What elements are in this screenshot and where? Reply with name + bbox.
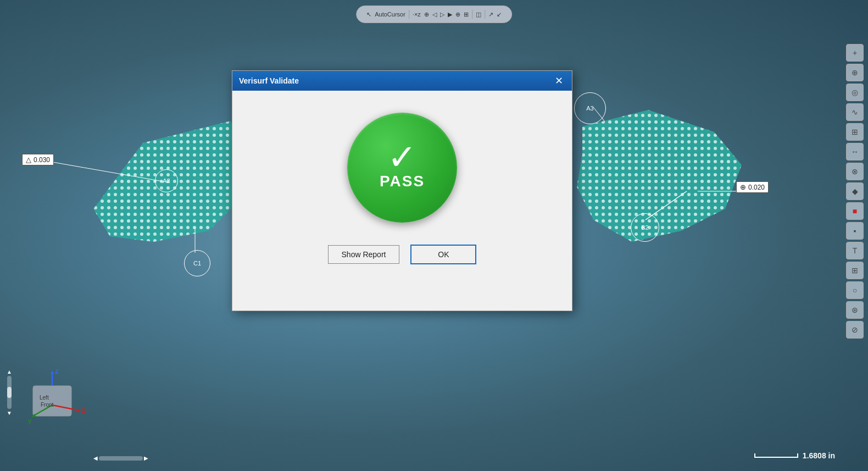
tool-diamond[interactable]: ◆ — [846, 182, 864, 200]
svg-text:X: X — [81, 407, 86, 415]
right-shape-dots — [577, 110, 742, 242]
a2-label: A2 — [163, 178, 170, 184]
ok-button[interactable]: OK — [410, 245, 476, 264]
pass-indicator: ✓ PASS — [347, 113, 457, 223]
svg-text:Left: Left — [40, 395, 49, 401]
scroll-down-arrow[interactable]: ▼ — [7, 410, 12, 416]
axes-svg: Z X Y Left Front — [16, 369, 88, 435]
tool-grid-2[interactable]: ⊞ — [846, 262, 864, 279]
annotation-circle-c1: C1 — [184, 250, 210, 276]
tool-grid[interactable]: ⊞ — [846, 123, 864, 141]
scale-line — [754, 453, 798, 458]
scroll-up-arrow[interactable]: ▲ — [7, 369, 12, 375]
tool-text[interactable]: T — [846, 242, 864, 259]
tool-no[interactable]: ⊘ — [846, 321, 864, 339]
svg-marker-6 — [77, 409, 81, 412]
cross-symbol: ⊕ — [740, 183, 746, 191]
verisurf-validate-dialog: Verisurf Validate ✕ ✓ PASS Show Report O… — [232, 70, 572, 311]
angle-symbol: △ — [26, 156, 31, 164]
dialog-body: ✓ PASS Show Report OK — [232, 91, 572, 311]
left-scrollbar[interactable]: ▲ ▼ — [7, 369, 12, 416]
scale-bar: 1.6808 in — [754, 451, 835, 460]
svg-text:Z: Z — [55, 369, 59, 375]
cross-value: 0.020 — [748, 184, 765, 191]
tool-measure[interactable]: ↔ — [846, 143, 864, 160]
dialog-titlebar: Verisurf Validate ✕ — [232, 71, 572, 91]
dialog-title: Verisurf Validate — [239, 76, 299, 85]
bottom-scrollbar[interactable]: ◀ ▶ — [93, 455, 148, 461]
scroll-track-v[interactable] — [7, 376, 12, 409]
a3-label: A3 — [586, 105, 593, 112]
svg-text:Front: Front — [41, 402, 54, 408]
tool-sun[interactable]: ⊛ — [846, 301, 864, 319]
angle-value: 0.030 — [34, 156, 50, 164]
svg-marker-3 — [51, 370, 54, 374]
tool-circle[interactable]: ○ — [846, 281, 864, 299]
scroll-thumb-v — [7, 387, 12, 398]
checkmark-icon: ✓ — [387, 140, 417, 175]
zoom-in-button[interactable]: + — [846, 44, 864, 62]
tool-cursor[interactable]: ⊕ — [846, 64, 864, 81]
tool-wave[interactable]: ∿ — [846, 103, 864, 121]
annotation-circle-b2: B2 — [631, 213, 659, 242]
annotation-circle-a3: A3 — [574, 92, 606, 124]
c1-label: C1 — [193, 260, 201, 267]
right-toolbar: + ⊕ ◎ ∿ ⊞ ↔ ⊗ ◆ ■ ▪ T ⊞ ○ ⊛ ⊘ — [846, 44, 864, 339]
annotation-circle-a2: A2 — [155, 169, 178, 192]
scroll-left-arrow[interactable]: ◀ — [93, 455, 98, 461]
tool-small-square[interactable]: ▪ — [846, 222, 864, 240]
tool-cross[interactable]: ⊗ — [846, 163, 864, 180]
angle-annotation: △ 0.030 — [22, 154, 54, 165]
tool-rotate[interactable]: ◎ — [846, 84, 864, 101]
tool-square-red[interactable]: ■ — [846, 202, 864, 220]
scroll-track-h[interactable] — [99, 456, 143, 461]
pass-text: PASS — [380, 173, 425, 190]
dialog-buttons: Show Report OK — [328, 245, 477, 264]
cross-annotation: ⊕ 0.020 — [736, 181, 769, 193]
scroll-right-arrow[interactable]: ▶ — [144, 455, 148, 461]
svg-text:Y: Y — [27, 418, 32, 426]
b2-label: B2 — [641, 224, 648, 231]
dialog-close-button[interactable]: ✕ — [552, 74, 565, 87]
svg-rect-1 — [33, 386, 71, 416]
show-report-button[interactable]: Show Report — [328, 245, 400, 264]
scale-value: 1.6808 in — [803, 451, 835, 460]
coordinate-axes: Z X Y Left Front — [16, 369, 88, 441]
